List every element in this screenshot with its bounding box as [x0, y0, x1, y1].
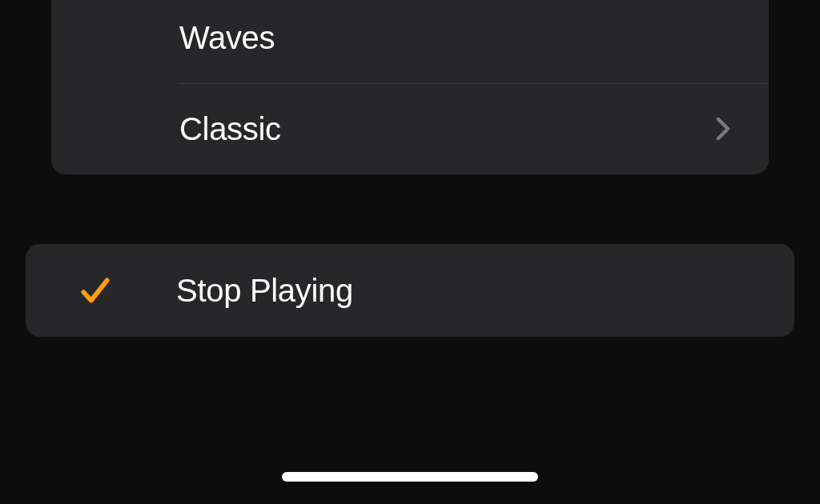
stop-playing-row[interactable]: Stop Playing: [26, 244, 794, 337]
sound-row-waves[interactable]: Waves: [51, 0, 769, 83]
sound-options-card: Waves Classic: [51, 0, 769, 174]
chevron-right-icon: [716, 117, 730, 141]
sound-label: Classic: [179, 111, 281, 147]
stop-playing-card: Stop Playing: [26, 244, 794, 337]
row-divider: [179, 83, 769, 84]
sound-label: Waves: [179, 20, 275, 56]
stop-playing-label: Stop Playing: [127, 273, 353, 309]
check-container: [78, 274, 127, 307]
home-indicator[interactable]: [282, 472, 538, 482]
sound-row-classic[interactable]: Classic: [51, 83, 769, 174]
checkmark-icon: [78, 274, 112, 307]
